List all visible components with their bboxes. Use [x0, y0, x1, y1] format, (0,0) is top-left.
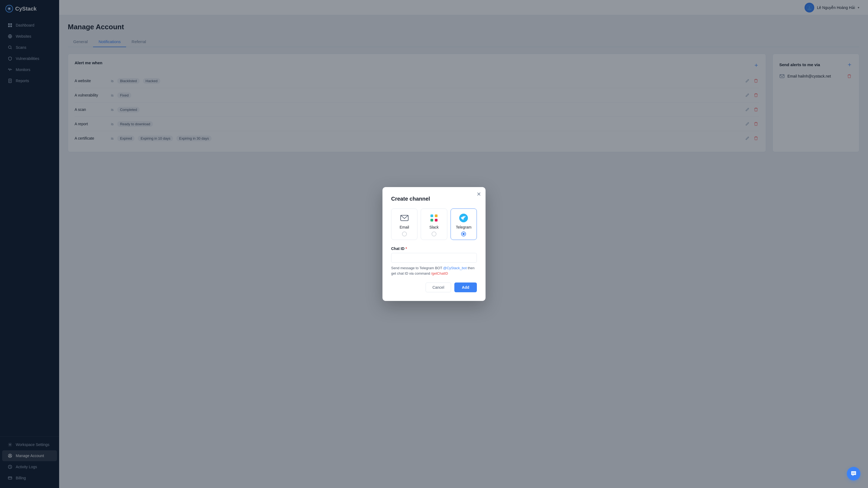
create-channel-modal: Create channel ✕ Email — [382, 187, 486, 301]
telegram-channel-icon — [459, 213, 468, 223]
svg-rect-25 — [435, 215, 437, 217]
slack-channel-label: Slack — [429, 225, 439, 229]
channel-card-slack[interactable]: Slack — [421, 208, 447, 240]
slack-channel-icon — [429, 213, 439, 223]
svg-rect-23 — [431, 215, 433, 217]
modal-actions: Cancel Add — [391, 283, 477, 292]
cancel-button[interactable]: Cancel — [426, 283, 451, 292]
channel-card-telegram[interactable]: Telegram — [451, 208, 477, 240]
email-channel-label: Email — [400, 225, 409, 229]
add-button[interactable]: Add — [454, 283, 477, 292]
chat-id-label: Chat ID * — [391, 247, 477, 251]
svg-point-30 — [855, 473, 855, 474]
telegram-channel-label: Telegram — [456, 225, 472, 229]
required-star: * — [405, 247, 407, 251]
telegram-radio[interactable] — [461, 231, 466, 236]
slack-radio[interactable] — [432, 231, 436, 236]
hint-command: /getChatID — [431, 271, 448, 275]
svg-rect-26 — [435, 219, 437, 222]
modal-overlay: Create channel ✕ Email — [0, 0, 868, 488]
email-radio[interactable] — [402, 231, 407, 236]
svg-rect-24 — [431, 219, 433, 222]
email-channel-icon — [400, 213, 409, 223]
bot-link[interactable]: @CyStack_bot — [443, 266, 467, 270]
modal-close-button[interactable]: ✕ — [476, 191, 481, 197]
chat-id-input[interactable] — [391, 253, 477, 263]
field-hint: Send message to Telegram BOT @CyStack_bo… — [391, 265, 477, 276]
svg-point-29 — [854, 473, 854, 474]
svg-point-28 — [852, 473, 853, 474]
chat-fab-icon — [850, 470, 857, 477]
channel-cards: Email Slack — [391, 208, 477, 240]
chat-fab-button[interactable] — [847, 467, 860, 480]
channel-card-email[interactable]: Email — [391, 208, 417, 240]
modal-title: Create channel — [391, 196, 477, 202]
